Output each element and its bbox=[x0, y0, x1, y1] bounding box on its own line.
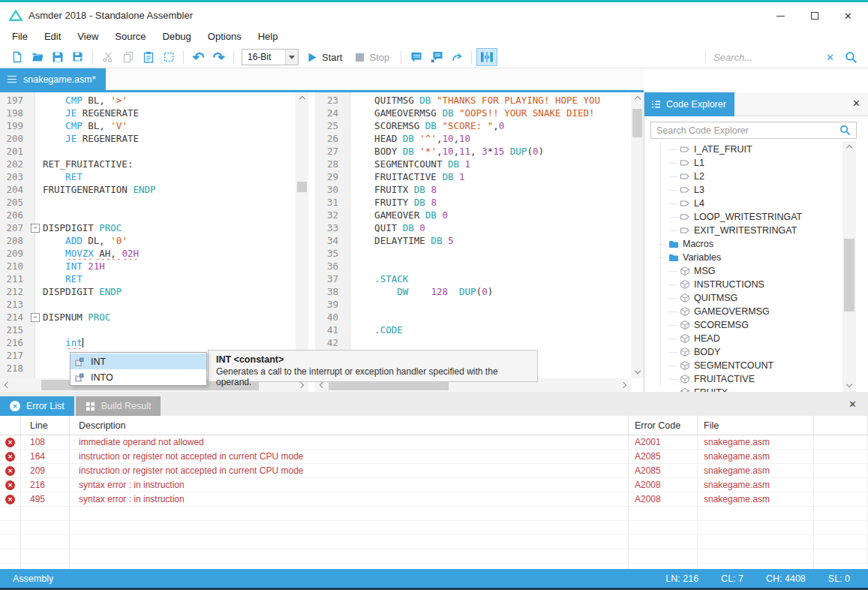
code-line[interactable]: 209 MOVZX AH, 02H bbox=[0, 247, 296, 260]
select-all-button[interactable] bbox=[158, 48, 179, 66]
chevron-down-icon[interactable] bbox=[285, 50, 298, 65]
scroll-up-icon[interactable] bbox=[631, 92, 644, 105]
save-button[interactable] bbox=[47, 48, 68, 66]
tree-item-instructions[interactable]: INSTRUCTIONS bbox=[644, 278, 842, 291]
tree-item-exit_writestringat[interactable]: EXIT_WRITESTRINGAT bbox=[644, 224, 842, 237]
open-file-button[interactable] bbox=[27, 48, 47, 66]
tree-item-gameovermsg[interactable]: GAMEOVERMSG bbox=[644, 305, 842, 318]
tree-item-i_ate_fruit[interactable]: I_ATE_FRUIT bbox=[644, 143, 842, 156]
tree-item-body[interactable]: BODY bbox=[644, 345, 842, 359]
maximize-button[interactable] bbox=[797, 5, 831, 27]
save-as-button[interactable] bbox=[68, 48, 88, 66]
menu-edit[interactable]: Edit bbox=[36, 29, 69, 47]
error-row[interactable]: ✕216syntax error : in instructionA2008sn… bbox=[0, 478, 868, 492]
code-line[interactable]: 199 CMP BL, 'V' bbox=[0, 119, 296, 132]
split-view-button[interactable] bbox=[476, 48, 497, 66]
comment-button[interactable] bbox=[406, 48, 426, 66]
tree-item-segmentcount[interactable]: SEGMENTCOUNT bbox=[644, 359, 842, 372]
cut-button[interactable] bbox=[98, 48, 118, 66]
tree-item-macros[interactable]: Macros bbox=[644, 237, 842, 251]
uncomment-button[interactable] bbox=[426, 48, 446, 66]
code-line[interactable]: 208 ADD DL, '0' bbox=[0, 234, 296, 247]
error-row[interactable]: ✕108immediate operand not allowedA2001sn… bbox=[0, 435, 868, 450]
menu-source[interactable]: Source bbox=[107, 29, 154, 47]
code-line[interactable]: 207DISPDIGIT PROC bbox=[0, 221, 296, 234]
menu-help[interactable]: Help bbox=[250, 29, 287, 47]
menu-debug[interactable]: Debug bbox=[155, 29, 200, 47]
code-line[interactable]: 41 .CODE bbox=[315, 324, 631, 336]
stop-button[interactable]: Stop bbox=[349, 52, 396, 63]
search-icon[interactable] bbox=[839, 125, 851, 136]
code-line[interactable]: 205 bbox=[0, 196, 296, 209]
code-line[interactable]: 212DISPDIGIT ENDP bbox=[0, 285, 296, 298]
tree-item-scoremsg[interactable]: SCOREMSG bbox=[644, 318, 842, 332]
tree-item-l2[interactable]: L2 bbox=[644, 170, 842, 183]
clear-search-icon[interactable] bbox=[826, 52, 834, 63]
code-line[interactable]: 29 FRUITACTIVE DB 1 bbox=[315, 170, 631, 183]
explorer-scrollbar[interactable] bbox=[842, 141, 856, 392]
tree-item-l3[interactable]: L3 bbox=[644, 183, 842, 197]
error-row[interactable]: ✕164instruction or register not accepted… bbox=[0, 450, 868, 464]
code-line[interactable]: 201 bbox=[0, 145, 296, 158]
search-input[interactable]: Search... bbox=[713, 52, 826, 63]
code-line[interactable]: 213 bbox=[0, 298, 296, 311]
scroll-left-icon[interactable] bbox=[0, 378, 13, 392]
autocomplete-item-into[interactable]: INTO bbox=[71, 369, 206, 385]
search-icon[interactable] bbox=[845, 51, 857, 64]
minimize-button[interactable] bbox=[764, 5, 797, 27]
error-row[interactable]: ✕495syntax error : in instructionA2008sn… bbox=[0, 492, 868, 507]
code-line[interactable]: 38 DW 128 DUP(0) bbox=[315, 285, 631, 298]
code-line[interactable]: 35 bbox=[315, 247, 631, 260]
tree-item-variables[interactable]: Variables bbox=[644, 251, 842, 264]
close-explorer-icon[interactable] bbox=[852, 98, 860, 109]
scroll-right-icon[interactable] bbox=[618, 378, 631, 392]
code-line[interactable]: 198 JE REGENERATE bbox=[0, 107, 296, 119]
scrollbar-thumb[interactable] bbox=[297, 182, 307, 192]
scrollbar-thumb[interactable] bbox=[632, 109, 642, 137]
close-button[interactable] bbox=[831, 5, 865, 27]
code-line[interactable]: 214DISPNUM PROC bbox=[0, 311, 296, 324]
tree-item-head[interactable]: HEAD bbox=[644, 332, 842, 345]
tab-snakegame-asm[interactable]: snakegame.asm* bbox=[0, 68, 106, 90]
tab-menu-icon[interactable] bbox=[8, 76, 17, 83]
scroll-down-icon[interactable] bbox=[631, 366, 644, 378]
fold-marker-icon[interactable] bbox=[29, 221, 43, 234]
code-line[interactable]: 25 SCOREMSG DB "SCORE: ",0 bbox=[315, 119, 631, 132]
cpu-mode-selector[interactable]: 16-Bit bbox=[242, 49, 299, 65]
tree-item-loop_writestringat[interactable]: LOOP_WRITESTRINGAT bbox=[644, 210, 842, 224]
code-line[interactable]: 210 INT 21H bbox=[0, 260, 296, 272]
tree-item-msg[interactable]: MSG bbox=[644, 264, 842, 278]
tree-item-fruitactive[interactable]: FRUITACTIVE bbox=[644, 372, 842, 386]
close-error-panel-icon[interactable] bbox=[848, 399, 857, 410]
vertical-scrollbar-right[interactable] bbox=[631, 92, 644, 378]
code-line[interactable]: 202RET_FRUITACTIVE: bbox=[0, 158, 296, 170]
paste-button[interactable] bbox=[138, 48, 158, 66]
code-line[interactable]: 40 bbox=[315, 311, 631, 324]
code-line[interactable]: 26 HEAD DB '^',10,10 bbox=[315, 132, 631, 145]
code-line[interactable]: 27 BODY DB '*',10,11, 3*15 DUP(0) bbox=[315, 145, 631, 158]
code-line[interactable]: 37 .STACK bbox=[315, 272, 631, 285]
menu-options[interactable]: Options bbox=[200, 29, 250, 47]
tree-item-l4[interactable]: L4 bbox=[644, 197, 842, 210]
scroll-up-icon[interactable] bbox=[296, 92, 308, 105]
redo-button[interactable]: ↷ bbox=[209, 48, 229, 66]
explorer-search-box[interactable]: Search Code Explorer bbox=[650, 122, 857, 139]
autocomplete-item-int[interactable]: INT bbox=[71, 354, 206, 369]
code-line[interactable]: 216 int bbox=[0, 336, 296, 349]
tree-item-fruitx[interactable]: FRUITX bbox=[644, 386, 842, 392]
code-line[interactable]: 23 QUITMSG DB "THANKS FOR PLAYING! HOPE … bbox=[315, 94, 631, 107]
new-file-button[interactable] bbox=[7, 48, 27, 66]
format-button[interactable] bbox=[446, 48, 467, 66]
scroll-up-icon[interactable] bbox=[842, 141, 855, 154]
code-line[interactable]: 32 GAMEOVER DB 0 bbox=[315, 209, 631, 221]
code-line[interactable]: 39 bbox=[315, 298, 631, 311]
code-line[interactable]: 211 RET bbox=[0, 272, 296, 285]
undo-button[interactable]: ↶ bbox=[188, 48, 209, 66]
tree-item-quitmsg[interactable]: QUITMSG bbox=[644, 291, 842, 305]
scroll-down-icon[interactable] bbox=[842, 379, 855, 392]
tab-error-list[interactable]: ✕ Error List bbox=[0, 396, 74, 416]
vertical-scrollbar-left[interactable] bbox=[296, 92, 308, 378]
code-line[interactable]: 215 bbox=[0, 324, 296, 336]
start-button[interactable]: Start bbox=[302, 52, 349, 63]
copy-button[interactable] bbox=[118, 48, 138, 66]
